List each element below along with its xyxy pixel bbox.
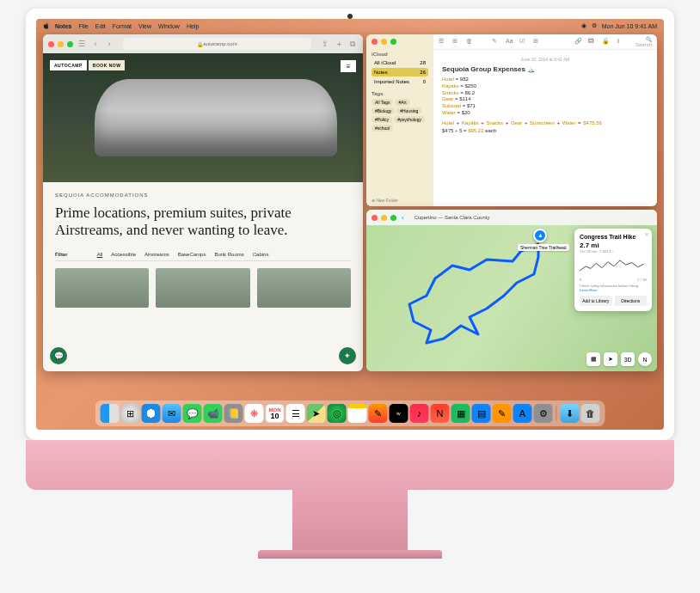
minimize-button[interactable] bbox=[58, 41, 64, 47]
folder-all-icloud[interactable]: All iCloud28 bbox=[371, 58, 428, 67]
share-icon[interactable]: ⇪ bbox=[320, 39, 330, 49]
tag-psychology[interactable]: #psychology bbox=[394, 116, 425, 123]
dock-finder-icon[interactable] bbox=[101, 404, 120, 423]
dock-tv-icon[interactable]: tv bbox=[390, 404, 408, 423]
dock-pages-icon[interactable]: ✎ bbox=[493, 404, 512, 423]
dock-maps-icon[interactable]: ➤ bbox=[307, 404, 326, 423]
menubar-window[interactable]: Window bbox=[158, 23, 180, 29]
folder-notes[interactable]: Notes26 bbox=[371, 68, 428, 76]
back-icon[interactable]: ‹ bbox=[90, 39, 101, 49]
address-bar[interactable]: 🔒 autocamp.com bbox=[123, 38, 311, 50]
wifi-icon[interactable]: ◉ bbox=[581, 22, 586, 29]
dock-appstore-icon[interactable]: A bbox=[513, 404, 532, 423]
thumbnail-2[interactable] bbox=[156, 268, 249, 308]
dock-findmy-icon[interactable]: ◎ bbox=[328, 404, 347, 423]
directions-button[interactable]: Directions bbox=[615, 296, 648, 306]
maps-location-context[interactable]: Cupertino — Santa Clara County bbox=[414, 215, 490, 220]
dock-facetime-icon[interactable]: 📹 bbox=[204, 404, 223, 423]
dock-launchpad-icon[interactable]: ⊞ bbox=[121, 404, 140, 423]
filter-accessible[interactable]: Accessible bbox=[111, 252, 136, 257]
tag-art[interactable]: #Art bbox=[395, 99, 409, 106]
search-field[interactable]: 🔍 Search bbox=[629, 36, 652, 47]
filter-bunkrooms[interactable]: Bunk Rooms bbox=[214, 252, 243, 257]
zoom-button[interactable] bbox=[67, 41, 73, 47]
sidebar-toggle-icon[interactable]: ☰ bbox=[77, 39, 87, 49]
tag-biology[interactable]: #Biology bbox=[371, 107, 395, 114]
accessibility-fab-icon[interactable]: ✦ bbox=[339, 347, 356, 364]
close-button[interactable] bbox=[48, 41, 54, 47]
compass-icon[interactable]: N bbox=[638, 352, 652, 366]
control-center-icon[interactable]: ⚙ bbox=[592, 22, 597, 29]
dock-contacts-icon[interactable]: 📒 bbox=[224, 404, 243, 423]
folder-imported[interactable]: Imported Notes0 bbox=[371, 77, 428, 86]
dock-reminders-icon[interactable]: ☰ bbox=[286, 404, 305, 423]
menubar-app-name[interactable]: Notes bbox=[55, 23, 71, 29]
new-tab-icon[interactable]: ＋ bbox=[334, 39, 344, 49]
dock-downloads-icon[interactable]: ⬇ bbox=[561, 404, 580, 423]
dock-news-icon[interactable]: N bbox=[431, 404, 450, 423]
dock-freeform-icon[interactable]: ✎ bbox=[369, 404, 388, 423]
dock-photos-icon[interactable] bbox=[245, 404, 264, 423]
filter-cabins[interactable]: Cabins bbox=[253, 252, 269, 257]
checklist-icon[interactable]: ☑ bbox=[519, 38, 528, 46]
dock-notes-icon[interactable] bbox=[348, 404, 367, 423]
dock-mail-icon[interactable]: ✉ bbox=[163, 404, 181, 423]
new-folder-button[interactable]: ⊕ New Folder bbox=[371, 198, 398, 203]
learn-more-link[interactable]: Learn More bbox=[580, 288, 597, 292]
site-logo[interactable]: AUTOCAMP bbox=[50, 60, 87, 70]
photo-icon[interactable]: 🖼 bbox=[588, 38, 597, 46]
compose-icon[interactable]: ✎ bbox=[492, 38, 500, 46]
minimize-button[interactable] bbox=[381, 215, 387, 221]
card-close-icon[interactable]: × bbox=[645, 231, 648, 237]
dock-messages-icon[interactable]: 💬 bbox=[183, 404, 202, 423]
locate-me-icon[interactable]: ➤ bbox=[604, 352, 617, 366]
menubar-format[interactable]: Format bbox=[113, 23, 132, 29]
dock-trash-icon[interactable]: 🗑 bbox=[581, 404, 600, 423]
filter-basecamps[interactable]: BaseCamps bbox=[178, 252, 206, 257]
map-mode-icon[interactable]: ▦ bbox=[586, 352, 600, 366]
forward-icon[interactable]: › bbox=[104, 39, 114, 49]
trailhead-pin-icon[interactable] bbox=[533, 229, 547, 242]
note-body[interactable]: June 10, 2024 at 9:41 AM Sequoia Group E… bbox=[433, 50, 657, 140]
dock-calendar-icon[interactable]: MON10 bbox=[266, 404, 285, 423]
apple-menu-icon[interactable] bbox=[43, 22, 50, 29]
table-icon[interactable]: ⊞ bbox=[533, 38, 542, 46]
close-button[interactable] bbox=[371, 215, 378, 221]
minimize-button[interactable] bbox=[381, 39, 387, 45]
filter-airstreams[interactable]: Airstreams bbox=[144, 252, 169, 257]
list-view-icon[interactable]: ☰ bbox=[439, 38, 447, 46]
hamburger-icon[interactable]: ≡ bbox=[341, 60, 356, 72]
link-icon[interactable]: 🔗 bbox=[574, 38, 583, 46]
tag-policy[interactable]: #Policy bbox=[371, 116, 392, 123]
format-icon[interactable]: Aa bbox=[506, 38, 514, 46]
thumbnail-1[interactable] bbox=[55, 268, 149, 308]
menubar-view[interactable]: View bbox=[138, 23, 151, 29]
zoom-button[interactable] bbox=[390, 215, 396, 221]
dock-numbers-icon[interactable]: ▦ bbox=[451, 404, 470, 423]
thumbnail-3[interactable] bbox=[257, 268, 351, 308]
close-button[interactable] bbox=[371, 39, 378, 45]
tag-housing[interactable]: #Housing bbox=[396, 107, 421, 114]
chat-fab-icon[interactable]: 💬 bbox=[50, 347, 67, 364]
menubar-edit[interactable]: Edit bbox=[95, 23, 106, 29]
lock-icon[interactable]: 🔒 bbox=[602, 38, 611, 46]
tag-school[interactable]: #school bbox=[371, 125, 393, 131]
grid-view-icon[interactable]: ⊞ bbox=[452, 38, 461, 46]
delete-icon[interactable]: 🗑 bbox=[466, 38, 475, 46]
filter-all[interactable]: All bbox=[97, 252, 103, 257]
menubar-file[interactable]: File bbox=[78, 23, 88, 29]
menubar-clock[interactable]: Mon Jun 10 9:41 AM bbox=[602, 23, 657, 29]
dock-settings-icon[interactable]: ⚙ bbox=[534, 404, 553, 423]
tabs-icon[interactable]: ⧉ bbox=[347, 39, 358, 49]
add-to-library-button[interactable]: Add to Library bbox=[580, 296, 612, 306]
dock-safari-icon[interactable] bbox=[142, 404, 161, 423]
share-icon[interactable]: ⇪ bbox=[616, 38, 624, 46]
3d-icon[interactable]: 3D bbox=[621, 352, 635, 366]
book-now-button[interactable]: BOOK NOW bbox=[89, 60, 126, 70]
menubar-help[interactable]: Help bbox=[187, 23, 199, 29]
tag-all[interactable]: All Tags bbox=[371, 99, 393, 106]
dock-keynote-icon[interactable]: ▤ bbox=[472, 404, 491, 423]
back-icon[interactable]: ‹ bbox=[402, 214, 404, 222]
zoom-button[interactable] bbox=[390, 39, 396, 45]
dock-music-icon[interactable]: ♪ bbox=[410, 404, 429, 423]
